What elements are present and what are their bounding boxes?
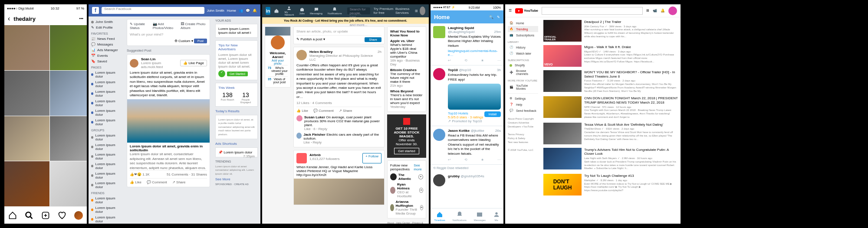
sidebar-item[interactable]: 📊 Ads Manager — [91, 47, 122, 53]
airbnb-logo[interactable] — [296, 153, 307, 163]
composer-status[interactable]: ✎ Update Status — [130, 22, 149, 30]
add-photo-link[interactable]: Add your photo — [268, 59, 288, 65]
sidebar-item[interactable]: Lorem ipsum dolor — [91, 142, 122, 152]
sidebar-item[interactable]: 🔖 Saved — [91, 59, 122, 64]
notifications-icon[interactable]: 🔔 — [661, 9, 665, 13]
sidebar-item[interactable]: 📅 Events — [91, 53, 122, 59]
retweet-icon[interactable]: ⟲ — [464, 59, 467, 62]
video-row[interactable]: VEVO Migos - Walk It Talk It ft. DrakeMi… — [543, 45, 678, 67]
publish-link[interactable]: ✎ Publish a post ▾ — [296, 37, 325, 41]
share-input[interactable]: Share an article, photo, or update — [296, 29, 381, 36]
tweet[interactable]: Jason Kottke @jkottke 26s Read a FB thre… — [431, 126, 503, 165]
photo-thumb[interactable] — [50, 25, 87, 70]
nav-jobs[interactable]: Jobs — [297, 7, 306, 15]
home-icon[interactable] — [8, 211, 17, 220]
nav-messaging[interactable]: Messaging — [308, 7, 324, 15]
nav-notifications[interactable]: Notifications — [326, 7, 344, 15]
post-button[interactable]: Post — [194, 39, 207, 43]
video-row[interactable]: WON'T YOU BE MY NEIGHBOR? - Official Tra… — [543, 70, 678, 93]
upload-icon[interactable]: 📹 — [653, 9, 657, 13]
audience-select[interactable]: ⚙ Custom ▾ — [174, 39, 193, 43]
profile-avatar[interactable] — [668, 7, 677, 15]
heart-icon[interactable] — [58, 211, 66, 220]
sidebar-item[interactable]: Lorem ipsum dolor — [91, 152, 122, 161]
video-thumb[interactable] — [543, 148, 582, 169]
install-button[interactable]: Install — [484, 111, 501, 117]
nav-timelines[interactable]: Timelines — [434, 211, 445, 221]
video-thumb[interactable] — [543, 70, 582, 92]
sidebar-item[interactable]: Lorem ipsum dolor — [91, 108, 122, 117]
friends-icon[interactable]: 👥 — [239, 9, 243, 13]
video-thumb[interactable]: VEVO — [543, 45, 582, 67]
tweet-avatar[interactable] — [433, 68, 445, 80]
retweet-icon[interactable]: ⟲ — [464, 158, 467, 162]
video-row[interactable]: OFFICIALTRAILER Deadpool 2 | The Trailer… — [543, 20, 678, 42]
photo-thumb[interactable] — [50, 161, 87, 206]
search-icon[interactable] — [25, 211, 33, 220]
shortcut-item[interactable]: 📌 Lorem ipsum dolor 7:35pm — [215, 147, 258, 157]
tweet[interactable]: Laughing Squid @LaughingSquid 25m Mental… — [431, 23, 503, 65]
video-thumb[interactable]: DON'TLAUGH — [543, 174, 582, 195]
post-image[interactable] — [127, 99, 210, 143]
follow-button[interactable]: + Follow — [362, 153, 381, 163]
user-name[interactable]: John Smith — [207, 9, 224, 13]
more-icon[interactable]: ⋯ — [497, 59, 501, 62]
home-link[interactable]: Home — [227, 9, 236, 13]
profile-icon[interactable] — [74, 211, 83, 220]
menu-icon[interactable]: ☰ — [509, 9, 512, 13]
facebook-logo[interactable]: f — [92, 7, 99, 14]
reply-icon[interactable]: ↩ — [448, 158, 451, 162]
business-link[interactable]: Business Services — [395, 7, 413, 15]
sidebar-item[interactable]: 📰 News Feed — [91, 36, 122, 42]
search-icon[interactable]: 🔍 — [489, 15, 493, 19]
see-more-link[interactable]: See more — [414, 163, 423, 171]
like-icon[interactable]: ★ — [481, 59, 484, 62]
sidebar-item[interactable]: Lorem ipsum dolor — [91, 79, 122, 89]
sidebar-item[interactable]: Lorem ipsum dolor — [91, 205, 122, 215]
nav-feedback[interactable]: 💬 Send feedback — [508, 107, 538, 114]
sidebar-item[interactable]: Lorem ipsum dolor — [91, 133, 122, 142]
nav-movies[interactable]: 🎬 YouTube Movies — [508, 83, 538, 91]
post-avatar[interactable] — [296, 50, 307, 60]
photo-thumb[interactable] — [50, 71, 87, 116]
notifications-icon[interactable]: 🔔 — [253, 9, 257, 13]
photo-thumb[interactable] — [4, 25, 49, 70]
video-row[interactable]: DON'TLAUGH Try Not To Laugh Challenge #1… — [543, 174, 678, 195]
search-input[interactable] — [542, 7, 643, 15]
video-row[interactable]: Trump's Advisers Told Him Not to Congrat… — [543, 148, 678, 170]
youtube-logo[interactable]: YouTube — [515, 8, 538, 13]
post-author[interactable]: Sean Lin — [141, 57, 155, 61]
sidebar-item[interactable]: Lorem ipsum dolor — [91, 171, 122, 180]
promo-banner[interactable]: You Rock At Coding · Let Hired bring you… — [262, 17, 429, 24]
adobe-ad[interactable]: GET 10 FREEADOBE STOCK IMAGES. Offer end… — [387, 114, 426, 158]
sidebar-item[interactable]: 💬 Messages — [91, 42, 122, 47]
sidebar-item[interactable]: Lorem ipsum dolor — [91, 70, 122, 79]
search-input[interactable]: Search Facebook — [102, 7, 204, 14]
nav-help[interactable]: ❓ Help — [508, 101, 538, 107]
share-button[interactable]: Share — [365, 37, 381, 42]
linkedin-logo[interactable]: in — [266, 7, 270, 15]
sidebar-item[interactable]: Lorem ipsum dolor — [91, 89, 122, 98]
more-icon[interactable]: ⋯ — [497, 158, 501, 162]
back-icon[interactable]: ‹ — [8, 15, 10, 23]
sidebar-item[interactable]: Lorem ipsum dolor — [91, 195, 122, 205]
apps-icon[interactable]: ⊞ — [646, 9, 649, 13]
share-button[interactable]: ↗ Share — [339, 109, 352, 113]
video-row[interactable]: CNN DON LEMON TONIGHT March 22, 2018 | P… — [543, 96, 678, 119]
tweet-image[interactable] — [448, 84, 501, 110]
photo-thumb[interactable] — [4, 116, 49, 161]
nav-subscriptions[interactable]: 📺 Subscriptions — [508, 32, 538, 38]
nav-history[interactable]: 🕐 History — [508, 44, 538, 50]
video-thumb[interactable]: OFFICIALTRAILER — [543, 20, 582, 42]
tweet[interactable]: grubby @grubby03 54s — [431, 172, 503, 189]
composer-album[interactable]: 🖼 Create Photo Album — [181, 22, 207, 30]
add-icon[interactable] — [41, 211, 50, 220]
photo-thumb[interactable] — [4, 71, 49, 116]
apps-icon[interactable]: ⊞ — [415, 9, 418, 13]
profile-avatar[interactable] — [271, 36, 285, 49]
sidebar-item[interactable]: Lorem ipsum dolor — [91, 117, 122, 127]
sidebar-item[interactable]: Lorem ipsum dolor — [91, 161, 122, 171]
premium-link[interactable]: Try Premium for free — [374, 7, 394, 15]
photo-thumb[interactable] — [50, 116, 87, 161]
comment-button[interactable]: 💬 Comment — [147, 180, 167, 184]
